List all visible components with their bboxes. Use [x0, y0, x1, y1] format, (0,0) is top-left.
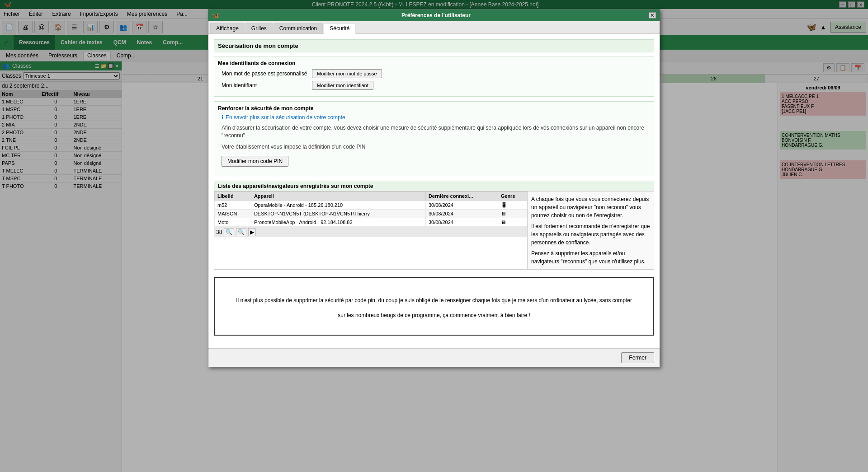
preferences-dialog: 🦋 Préférences de l'utilisateur ✕ Afficha…	[208, 9, 660, 367]
col-libelle: Libellé	[215, 192, 251, 201]
devices-scroll[interactable]: Libellé Appareil Dernière connexi... Gen…	[214, 192, 527, 227]
devices-info-2: Il est fortement recommandé de n'enregis…	[531, 222, 650, 247]
pin-btn[interactable]: Modifier mon code PIN	[222, 156, 288, 167]
desc2: Votre établissement vous impose la défin…	[218, 143, 650, 154]
tab-securite[interactable]: Sécurité	[324, 23, 355, 34]
device-libelle: m52	[215, 201, 251, 210]
devices-title: Liste des appareils/navigateurs enregist…	[214, 181, 654, 192]
account-section-title: Sécurisation de mon compte	[214, 39, 654, 52]
devices-count: 38	[216, 229, 222, 235]
desc1: Afin d'assurer la sécurisation de votre …	[218, 124, 650, 143]
col-genre: Genre	[498, 192, 527, 201]
devices-info-3: Pensez à supprimer les appareils et/ou n…	[531, 249, 650, 266]
devices-info-area: A chaque fois que vous vous connecterez …	[527, 192, 654, 269]
dialog-app-icon: 🦋	[212, 12, 220, 19]
tab-communication[interactable]: Communication	[274, 23, 323, 33]
zoom-in-btn[interactable]: 🔍	[224, 228, 234, 236]
password-label: Mon mot de passe est personnalisé	[222, 70, 312, 77]
identifier-btn[interactable]: Modifier mon identifiant	[312, 81, 373, 90]
device-row[interactable]: MAISON DESKTOP-N1VCN5T (DESKTOP-N1VCN5T\…	[215, 210, 527, 218]
identifier-row: Mon identifiant Modifier mon identifiant	[218, 81, 650, 90]
device-genre: 🖥	[498, 218, 527, 227]
zoom-out-btn[interactable]: 🔍	[236, 228, 246, 236]
device-row[interactable]: Moto PronoteMobileApp - Android - 92.184…	[215, 218, 527, 227]
tab-grilles[interactable]: Grilles	[245, 23, 273, 33]
device-appareil: OperaMobile - Android - 185.26.180.210	[251, 201, 425, 210]
dialog-title-bar: 🦋 Préférences de l'utilisateur ✕	[208, 9, 660, 21]
device-appareil: DESKTOP-N1VCN5T (DESKTOP-N1VCN5T\Thierry	[251, 210, 425, 218]
device-libelle: Moto	[215, 218, 251, 227]
devices-table: Libellé Appareil Dernière connexi... Gen…	[214, 192, 527, 227]
devices-table-area: Libellé Appareil Dernière connexi... Gen…	[214, 192, 527, 269]
reinforce-title: Renforcer la sécurité de mon compte	[218, 105, 650, 112]
dialog-overlay: 🦋 Préférences de l'utilisateur ✕ Afficha…	[0, 0, 868, 472]
col-appareil: Appareil	[251, 192, 425, 201]
devices-toolbar: 38 🔍 🔍 ▶	[214, 227, 527, 237]
col-derniere: Dernière connexi...	[425, 192, 498, 201]
device-genre: 📱	[498, 201, 527, 210]
identifier-label: Mon identifiant	[222, 82, 312, 89]
info-link[interactable]: En savoir plus sur la sécurisation de vo…	[218, 114, 650, 121]
device-row[interactable]: m52 OperaMobile - Android - 185.26.180.2…	[215, 201, 527, 210]
dialog-close-btn[interactable]: ✕	[649, 12, 656, 19]
password-btn[interactable]: Modifier mon mot de passe	[312, 69, 382, 78]
dialog-title: Préférences de l'utilisateur	[401, 12, 471, 19]
password-row: Mon mot de passe est personnalisé Modifi…	[218, 69, 650, 78]
device-appareil: PronoteMobileApp - Android - 92.184.108.…	[251, 218, 425, 227]
dialog-title-controls: ✕	[649, 12, 656, 19]
devices-info-1: A chaque fois que vous vous connecterez …	[531, 195, 650, 220]
dialog-content: Sécurisation de mon compte Mes identifia…	[208, 34, 660, 348]
scroll-right-btn[interactable]: ▶	[248, 228, 256, 236]
dialog-tabs: Affichage Grilles Communication Sécurité	[208, 21, 660, 34]
message-text: Il n'est plus possible de supprimer la s…	[236, 297, 632, 318]
tab-affichage[interactable]: Affichage	[210, 23, 245, 33]
dialog-footer: Fermer	[208, 348, 660, 367]
device-date: 30/08/2024	[425, 201, 498, 210]
devices-layout: Libellé Appareil Dernière connexi... Gen…	[214, 192, 654, 269]
device-date: 30/08/2024	[425, 210, 498, 218]
message-box: Il n'est plus possible de supprimer la s…	[214, 277, 654, 336]
device-date: 30/08/2024	[425, 218, 498, 227]
identifiers-title: Mes identifiants de connexion	[218, 60, 650, 66]
device-genre: 🖥	[498, 210, 527, 218]
close-footer-btn[interactable]: Fermer	[621, 352, 654, 363]
device-libelle: MAISON	[215, 210, 251, 218]
devices-section: Liste des appareils/navigateurs enregist…	[214, 181, 654, 270]
